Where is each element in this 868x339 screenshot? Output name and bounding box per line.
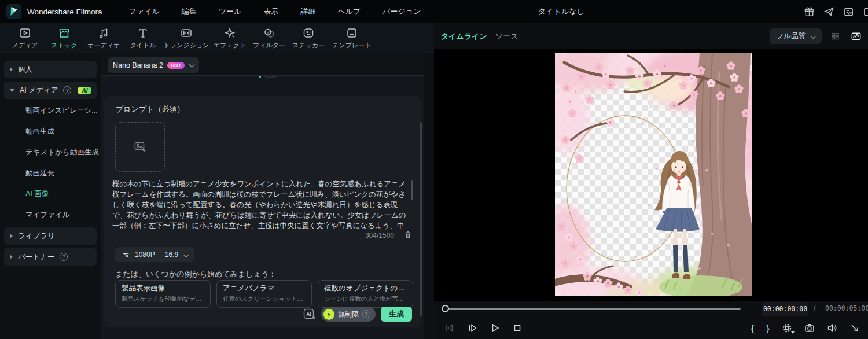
- preview-header: タイムライン ソース フル品質: [434, 23, 868, 49]
- tab-stock[interactable]: ストック: [46, 27, 82, 50]
- menu-help[interactable]: ヘルプ: [329, 3, 369, 20]
- app-name: Wondershare Filmora: [27, 8, 102, 16]
- example-cards: 製品表示画像 製品スケッチを印象的なデザインレン... アニメパノラマ 任意のス…: [115, 280, 413, 308]
- sidebar-group-personal[interactable]: 個人: [4, 61, 97, 78]
- transition-icon: [180, 27, 193, 39]
- example-card-anime-panorama[interactable]: アニメパノラマ 任意のスクリーンショットからアニメス...: [216, 280, 312, 308]
- example-card-product[interactable]: 製品表示画像 製品スケッチを印象的なデザインレン...: [115, 280, 211, 308]
- gift-icon[interactable]: [803, 6, 815, 18]
- sidebar-group-library[interactable]: ライブラリ: [4, 227, 97, 245]
- sidebar-group-ai-media[interactable]: AI メディア ? AI: [4, 82, 97, 99]
- filmora-logo-icon: [6, 4, 21, 19]
- menu-version[interactable]: バージョン: [374, 3, 429, 20]
- preview-canvas: [434, 49, 868, 301]
- char-count: 304/1500: [365, 231, 394, 239]
- credits-label: 無制限: [338, 309, 359, 319]
- volume-button[interactable]: [826, 322, 838, 334]
- sliders-icon: [122, 250, 130, 259]
- help-icon[interactable]: ?: [63, 86, 71, 94]
- help-icon[interactable]: ?: [362, 310, 370, 318]
- menu-tools[interactable]: ツール: [211, 3, 250, 20]
- title-bar: Wondershare Filmora ファイル 編集 ツール 表示 詳細 ヘル…: [0, 0, 868, 23]
- menu-view[interactable]: 表示: [255, 3, 286, 20]
- reference-image-upload[interactable]: [115, 122, 165, 172]
- sidebar-group-partner[interactable]: パートナー ?: [4, 248, 97, 266]
- help-icon[interactable]: ?: [60, 253, 68, 261]
- credits-pill[interactable]: 無制限 ?: [321, 307, 376, 322]
- quality-selector[interactable]: フル品質: [770, 28, 822, 44]
- stop-button[interactable]: [511, 322, 524, 334]
- scopes-icon[interactable]: [850, 30, 862, 42]
- previous-frame-button[interactable]: [443, 322, 456, 334]
- example-card-group-photo[interactable]: 複数のオブジェクトの集合写真 シーンに複数の人と物が写った集合...: [318, 280, 413, 308]
- generate-row: AI 無制限 ? 生成: [303, 307, 412, 322]
- sidebar-item-my-files[interactable]: マイファイル: [25, 208, 98, 222]
- filter-circles-icon: [263, 27, 275, 39]
- seek-bar[interactable]: [443, 308, 741, 310]
- seek-row: 00:00:00:00 / 00:00:05:00: [434, 301, 868, 317]
- tab-media[interactable]: メディア: [7, 27, 43, 50]
- svg-text:AI: AI: [306, 311, 311, 317]
- mark-in-button[interactable]: {: [750, 323, 756, 334]
- generate-button[interactable]: 生成: [381, 307, 412, 322]
- tab-stickers[interactable]: ステッカー: [290, 27, 326, 50]
- tab-filters[interactable]: フィルター: [251, 27, 287, 50]
- collapsed-caret-icon: [10, 67, 13, 72]
- stock-icon: [58, 27, 71, 39]
- next-frame-button[interactable]: [466, 322, 479, 334]
- tab-source[interactable]: ソース: [495, 31, 518, 42]
- menu-advanced[interactable]: 詳細: [292, 3, 323, 20]
- ai-badge: AI: [78, 87, 91, 94]
- tab-titles[interactable]: タイトル: [125, 27, 161, 50]
- tab-templates[interactable]: テンプレート: [330, 27, 374, 50]
- playback-settings-button[interactable]: [781, 322, 793, 334]
- tab-transitions[interactable]: トランジション: [164, 27, 208, 50]
- timecode-separator: /: [814, 304, 815, 312]
- play-button[interactable]: [488, 322, 501, 334]
- clear-prompt-button[interactable]: [404, 230, 412, 241]
- resolution-settings[interactable]: 1080P 16:9: [115, 247, 194, 262]
- total-duration: 00:00:05:00: [825, 304, 868, 312]
- sidebar-item-video-extend[interactable]: 動画延長: [25, 166, 98, 180]
- template-icon: [345, 27, 358, 39]
- menu-file[interactable]: ファイル: [121, 3, 168, 20]
- snapshot-camera-button[interactable]: [803, 322, 816, 334]
- model-selector[interactable]: Nano Banana 2 HOT: [108, 57, 199, 73]
- mark-out-button[interactable]: }: [765, 323, 771, 334]
- sidebar-item-video-inspiration[interactable]: 動画インスピレーシ...: [25, 104, 98, 117]
- tab-timeline[interactable]: タイムライン: [441, 31, 487, 42]
- sidebar-item-text-to-video[interactable]: テキストから動画生成: [25, 145, 98, 159]
- textarea-scrollbar[interactable]: [411, 180, 413, 200]
- share-export-icon[interactable]: [823, 6, 835, 18]
- menu-edit[interactable]: 編集: [174, 3, 205, 20]
- layout-grid-icon[interactable]: [830, 30, 842, 42]
- menu-bar: ファイル 編集 ツール 表示 詳細 ヘルプ バージョン: [121, 3, 429, 20]
- fullscreen-button[interactable]: [848, 322, 861, 334]
- prompt-textarea[interactable]: 桜の木の下に立つ制服のアニメ少女をワンポイントに入れた、春の空気感あふれるアニメ…: [112, 179, 406, 232]
- media-icon: [19, 27, 31, 39]
- ai-translate-icon[interactable]: AI: [303, 308, 316, 321]
- chevron-down-icon: [189, 61, 195, 67]
- sticker-face-icon: [302, 27, 315, 39]
- title-t-icon: [137, 27, 149, 39]
- tab-effects[interactable]: エフェクト: [212, 27, 248, 50]
- category-sidebar: 個人 AI メディア ? AI 動画インスピレーシ... 動画生成 テキストから…: [0, 54, 101, 339]
- clipped-edge-icon[interactable]: [862, 6, 868, 18]
- asset-region: メディア ストック オーディオ タイトル トランジション エフェクト: [0, 23, 434, 339]
- aspect-ratio-value: 16:9: [165, 250, 178, 259]
- quality-value: フル品質: [776, 31, 806, 41]
- sidebar-item-ai-image[interactable]: AI 画像: [25, 187, 98, 201]
- music-note-icon: [97, 27, 110, 39]
- resolution-value: 1080P: [135, 250, 155, 259]
- sidebar-item-video-generation[interactable]: 動画生成: [25, 124, 98, 138]
- playhead-knob[interactable]: [442, 305, 449, 312]
- lightning-icon: [323, 309, 334, 320]
- chevron-down-icon: [183, 252, 189, 257]
- current-timecode[interactable]: 00:00:00:00: [762, 302, 808, 316]
- asset-toolbar: メディア ストック オーディオ タイトル トランジション エフェクト: [0, 23, 434, 53]
- collapsed-caret-icon: [10, 255, 13, 259]
- task-list-icon[interactable]: [843, 6, 855, 18]
- tab-audio[interactable]: オーディオ: [86, 27, 122, 50]
- transport-controls: { }: [434, 317, 868, 339]
- panel-scrollbar[interactable]: [420, 122, 422, 316]
